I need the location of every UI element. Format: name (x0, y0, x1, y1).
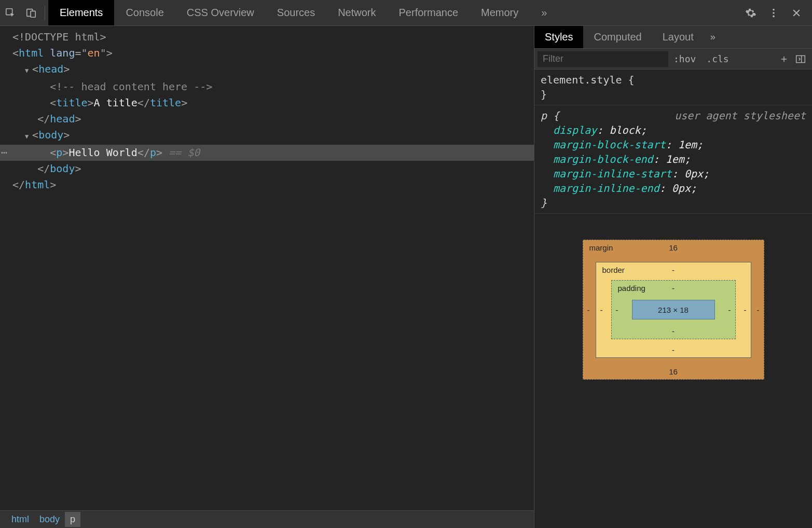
close-icon[interactable] (785, 0, 808, 26)
tab-performance[interactable]: Performance (388, 0, 470, 25)
border-label: border (602, 266, 625, 274)
dom-line-head-open[interactable]: ▼<head> (0, 61, 534, 79)
crumb-body[interactable]: body (34, 514, 65, 525)
dom-line-html-close[interactable]: </html> (0, 177, 534, 193)
sidebar-tabs-overflow-icon[interactable]: » (704, 32, 722, 43)
dom-tree[interactable]: <!DOCTYPE html> <html lang="en"> ▼<head>… (0, 26, 534, 510)
settings-icon[interactable] (739, 0, 762, 26)
padding-label: padding (618, 284, 645, 293)
ua-selector: p { (541, 109, 559, 122)
margin-bottom-value[interactable]: 16 (669, 367, 678, 376)
ua-origin-label: user agent stylesheet (675, 108, 806, 123)
tab-styles[interactable]: Styles (534, 26, 583, 48)
border-right-value[interactable]: - (744, 305, 747, 314)
toolbar-right (739, 0, 812, 26)
border-top-value[interactable]: - (672, 266, 675, 274)
tab-elements[interactable]: Elements (48, 0, 114, 25)
svg-point-5 (773, 15, 775, 17)
styles-sidebar: Styles Computed Layout » :hov .cls eleme… (534, 26, 812, 528)
svg-point-3 (773, 8, 775, 10)
padding-right-value[interactable]: - (728, 305, 731, 314)
sidebar-tabs: Styles Computed Layout » (534, 26, 812, 49)
margin-top-value[interactable]: 16 (669, 243, 678, 252)
box-model-border[interactable]: border - - - - padding - - - - 213 × 1 (596, 262, 751, 358)
styles-filter-input[interactable] (538, 51, 668, 67)
svg-rect-2 (31, 11, 35, 17)
computed-styles-sidebar-icon[interactable] (792, 51, 809, 67)
tab-console[interactable]: Console (114, 0, 175, 25)
styles-filter-bar: :hov .cls (534, 49, 812, 70)
decl-margin-inline-start[interactable]: margin-inline-start: 0px; (541, 166, 806, 181)
margin-label: margin (589, 243, 613, 252)
margin-left-value[interactable]: - (587, 305, 590, 314)
rule-element-style[interactable]: element.style { } (534, 70, 812, 105)
tab-memory[interactable]: Memory (470, 0, 530, 25)
dom-line-body-open[interactable]: ▼<body> (0, 127, 534, 145)
padding-bottom-value[interactable]: - (672, 327, 675, 336)
dom-line-title[interactable]: <title>A title</title> (0, 95, 534, 111)
styles-rules: element.style { } p { user agent stylesh… (534, 70, 812, 528)
crumb-html[interactable]: html (6, 514, 34, 525)
padding-top-value[interactable]: - (672, 284, 675, 293)
margin-right-value[interactable]: - (757, 305, 760, 314)
dom-line-html-open[interactable]: <html lang="en"> (0, 45, 534, 61)
box-model-padding[interactable]: padding - - - - 213 × 18 (611, 280, 736, 339)
device-toolbar-icon[interactable] (21, 0, 42, 26)
breadcrumb: html body p (0, 510, 534, 528)
svg-rect-6 (796, 55, 805, 62)
element-style-selector: element.style { (541, 73, 806, 87)
crumb-p[interactable]: p (65, 512, 80, 527)
dom-line-p-selected[interactable]: <p>Hello World</p> == $0 (0, 145, 534, 161)
tab-css-overview[interactable]: CSS Overview (175, 0, 266, 25)
dom-line-head-close[interactable]: </head> (0, 111, 534, 127)
toolbar-divider (45, 6, 45, 20)
inspect-element-icon[interactable] (0, 0, 21, 26)
tab-network[interactable]: Network (326, 0, 387, 25)
border-bottom-value[interactable]: - (672, 345, 675, 354)
box-model: margin 16 16 - - border - - - - padding … (534, 214, 812, 406)
tab-layout[interactable]: Layout (652, 26, 704, 48)
element-style-close: } (541, 87, 806, 102)
rule-user-agent-p[interactable]: p { user agent stylesheet display: block… (534, 105, 812, 214)
padding-left-value[interactable]: - (616, 305, 618, 314)
tab-sources[interactable]: Sources (266, 0, 326, 25)
border-left-value[interactable]: - (600, 305, 603, 314)
cls-toggle[interactable]: .cls (701, 53, 734, 64)
box-model-margin[interactable]: margin 16 16 - - border - - - - padding … (583, 240, 764, 380)
content-dimensions: 213 × 18 (658, 305, 689, 314)
hov-toggle[interactable]: :hov (668, 53, 701, 64)
decl-margin-inline-end[interactable]: margin-inline-end: 0px; (541, 181, 806, 196)
decl-margin-block-start[interactable]: margin-block-start: 1em; (541, 137, 806, 152)
new-style-rule-icon[interactable] (776, 51, 792, 67)
box-model-content[interactable]: 213 × 18 (632, 300, 715, 319)
tab-computed[interactable]: Computed (583, 26, 652, 48)
decl-display[interactable]: display: block; (541, 123, 806, 137)
more-options-icon[interactable] (762, 0, 785, 26)
dom-line-head-comment[interactable]: <!-- head content here --> (0, 79, 534, 95)
ua-close: } (541, 196, 806, 210)
main-toolbar: Elements Console CSS Overview Sources Ne… (0, 0, 812, 26)
svg-point-4 (773, 12, 775, 14)
panel-tabs: Elements Console CSS Overview Sources Ne… (48, 0, 558, 25)
dom-line-body-close[interactable]: </body> (0, 161, 534, 177)
decl-margin-block-end[interactable]: margin-block-end: 1em; (541, 152, 806, 166)
dom-line-doctype[interactable]: <!DOCTYPE html> (0, 29, 534, 45)
dom-panel: <!DOCTYPE html> <html lang="en"> ▼<head>… (0, 26, 534, 528)
tabs-overflow-icon[interactable]: » (530, 0, 558, 25)
